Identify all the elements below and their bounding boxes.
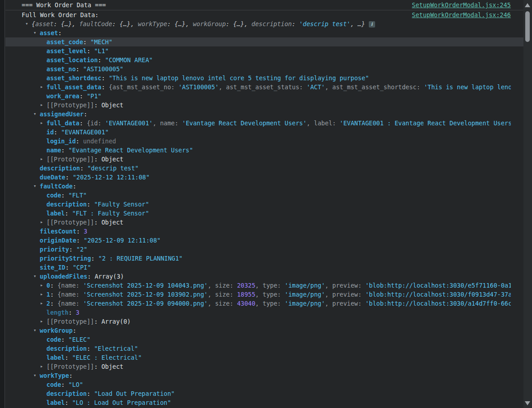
expand-triangle-icon[interactable]: ▸ [40, 218, 43, 227]
expand-triangle-icon[interactable]: ▸ [40, 362, 43, 371]
token-k: uploadedFiles [40, 273, 87, 280]
token-k: asset_no [46, 65, 76, 73]
token-s: 'ACT' [307, 83, 325, 91]
row-text: asset_code: "MECH" [5, 37, 112, 46]
collapse-triangle-icon[interactable]: ▾ [33, 182, 37, 191]
prop-label: label: "LO : Load Out Preparation" [5, 398, 523, 407]
console-scrollbar[interactable] [523, 0, 532, 408]
source-link[interactable]: SetupWorkOrderModal.jsx:246 [412, 10, 511, 19]
prototype-row[interactable]: ▸[[Prototype]]: Object [5, 218, 523, 227]
expand-triangle-icon[interactable]: ▸ [40, 101, 43, 110]
token-k: 0 [46, 282, 50, 289]
prototype-row[interactable]: ▸[[Prototype]]: Object [5, 362, 523, 371]
token-k: originDate [40, 237, 76, 244]
token-p: : [80, 165, 87, 172]
row-text: label: "ELEC : Electrical" [5, 353, 142, 362]
token-k: label [46, 354, 65, 361]
token-s: 'image/png' [284, 291, 325, 298]
expand-triangle-icon[interactable]: ▸ [40, 281, 43, 290]
collapse-triangle-icon[interactable]: ▾ [33, 110, 37, 119]
row-text: work_area: "P1" [5, 92, 101, 101]
token-p: Array(3) [95, 273, 124, 280]
row-text: ▾workType: [5, 371, 73, 380]
prop-code: code: "LO" [5, 380, 523, 389]
prop-login_id: login_id: undefined [5, 137, 523, 146]
token-s: "CPI" [73, 264, 91, 271]
token-k: asset_shortdesc [46, 74, 101, 82]
collapse-triangle-icon[interactable]: ▾ [33, 326, 37, 335]
token-s: "LO" [69, 381, 83, 388]
prop-workGroup[interactable]: ▾workGroup: [5, 326, 523, 335]
token-p: : [50, 282, 57, 289]
source-link[interactable]: SetupWorkOrderModal.jsx:245 [412, 0, 511, 10]
row-text: originDate: "2025-12-09 12:11:08" [5, 236, 161, 245]
scrollbar-thumb[interactable] [525, 11, 530, 42]
row-text: ▸[[Prototype]]: Array(0) [5, 317, 131, 326]
row-text: priority: "2" [5, 245, 87, 254]
token-s: "COMMON AREA" [105, 56, 153, 64]
token-p: : [65, 354, 72, 361]
token-p: : [54, 128, 61, 136]
prop-description: description: "descrip test" [5, 164, 523, 173]
token-d: {name: [57, 282, 83, 289]
object-preview-row[interactable]: ▾{asset: {…}, faultCode: {…}, workType: … [5, 19, 523, 28]
prop-full_data[interactable]: ▸full_data: {id: 'EVANTAGE001', name: 'E… [5, 119, 523, 128]
token-d: , type: [255, 291, 284, 298]
expand-triangle-icon[interactable]: ▸ [40, 155, 43, 164]
token-k: priorityString [40, 255, 91, 262]
expand-triangle-icon[interactable]: ▸ [40, 299, 43, 308]
prop-asset_level: asset_level: "L1" [5, 46, 523, 55]
row-text: description: "Load Out Preparation" [5, 389, 174, 398]
token-d: [[Prototype]] [46, 318, 94, 325]
prop-workType[interactable]: ▾workType: [5, 371, 523, 380]
prop-name: name: "Evantage React Development Users" [5, 146, 523, 155]
prop-faultCode[interactable]: ▾faultCode: [5, 182, 523, 191]
token-s: "MECH" [91, 38, 113, 46]
row-text: asset_level: "L1" [5, 46, 109, 55]
token-s: 'blob:http://localhost:3030/f0913d47-37a… [365, 291, 511, 298]
scrollbar-up-arrow-icon[interactable] [525, 3, 530, 7]
token-d: , preview: [325, 291, 365, 298]
token-p: Object [101, 219, 124, 226]
expand-triangle-icon[interactable]: ▸ [40, 317, 43, 326]
collapse-triangle-icon[interactable]: ▾ [33, 272, 37, 281]
prototype-row[interactable]: ▸[[Prototype]]: Object [5, 155, 523, 164]
token-s: "descrip test" [87, 165, 139, 172]
expand-triangle-icon[interactable]: ▸ [40, 83, 43, 92]
prototype-row[interactable]: ▸[[Prototype]]: Array(0) [5, 317, 523, 326]
token-s: "Electrical" [94, 345, 138, 352]
collapse-triangle-icon[interactable]: ▾ [25, 19, 28, 28]
array-item-0[interactable]: ▸0: {name: 'Screenshot 2025-12-09 104043… [5, 281, 523, 290]
prop-uploadedFiles[interactable]: ▾uploadedFiles: Array(3) [5, 272, 523, 281]
info-icon[interactable]: i [369, 21, 375, 28]
token-is: 'descrip test' [299, 20, 350, 28]
prop-asset_location: asset_location: "COMMON AREA" [5, 55, 523, 64]
prototype-row[interactable]: ▸[[Prototype]]: Object [5, 101, 523, 110]
token-ip: : {…}, [226, 20, 252, 28]
token-k: site_ID [40, 264, 65, 271]
token-p: : [76, 237, 83, 244]
token-s: 'Evantage React Development Users' [182, 119, 307, 127]
collapse-triangle-icon[interactable]: ▾ [33, 371, 37, 380]
array-item-1[interactable]: ▸1: {name: 'Screenshot 2025-12-09 103902… [5, 290, 523, 299]
token-d: , name: [153, 119, 182, 127]
token-u: undefined [83, 138, 116, 145]
token-k: full_data [46, 119, 79, 127]
token-p: : [73, 183, 76, 190]
token-p: : [76, 65, 83, 73]
row-text: id: "EVANTAGE001" [5, 128, 109, 137]
scrollbar-down-arrow-icon[interactable] [525, 401, 530, 405]
expand-triangle-icon[interactable]: ▸ [40, 119, 43, 128]
collapse-triangle-icon[interactable]: ▾ [33, 28, 37, 37]
token-p: : [94, 318, 101, 325]
token-s: "2025-12-09 12:11:08" [84, 237, 161, 244]
token-k: login_id [46, 138, 76, 145]
prop-full_asset_data[interactable]: ▸full_asset_data: {ast_mst_asset_no: 'AS… [5, 83, 523, 92]
array-item-2[interactable]: ▸2: {name: 'Screenshot 2025-12-09 094000… [5, 299, 523, 308]
prop-asset[interactable]: ▾asset: [5, 28, 523, 37]
token-k: asset [40, 29, 58, 37]
token-p: Object [101, 363, 124, 370]
expand-triangle-icon[interactable]: ▸ [40, 290, 43, 299]
prop-assignedUser[interactable]: ▾assignedUser: [5, 110, 523, 119]
prop-label: label: "FLT : Faulty Sensor" [5, 209, 523, 218]
